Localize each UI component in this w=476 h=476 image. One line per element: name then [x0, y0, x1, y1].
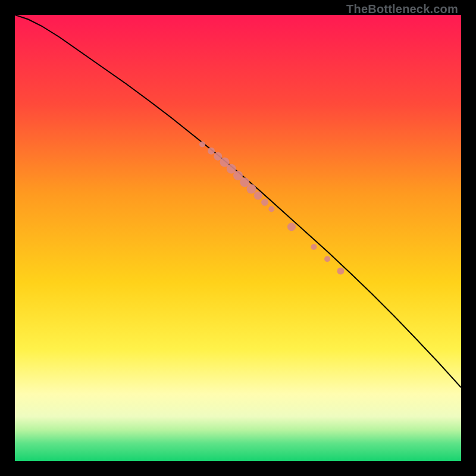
chart-background [15, 15, 461, 461]
scatter-point [324, 256, 330, 262]
scatter-point [268, 206, 274, 212]
scatter-point [311, 244, 317, 250]
scatter-point [287, 223, 296, 231]
scatter-point [199, 142, 205, 148]
scatter-point [247, 184, 256, 194]
chart-svg [15, 15, 461, 461]
chart-frame [15, 15, 461, 461]
scatter-point [254, 192, 262, 200]
scatter-point [261, 199, 268, 206]
scatter-point [208, 148, 215, 155]
scatter-point [337, 268, 345, 275]
watermark-text: TheBottleneck.com [346, 2, 458, 16]
